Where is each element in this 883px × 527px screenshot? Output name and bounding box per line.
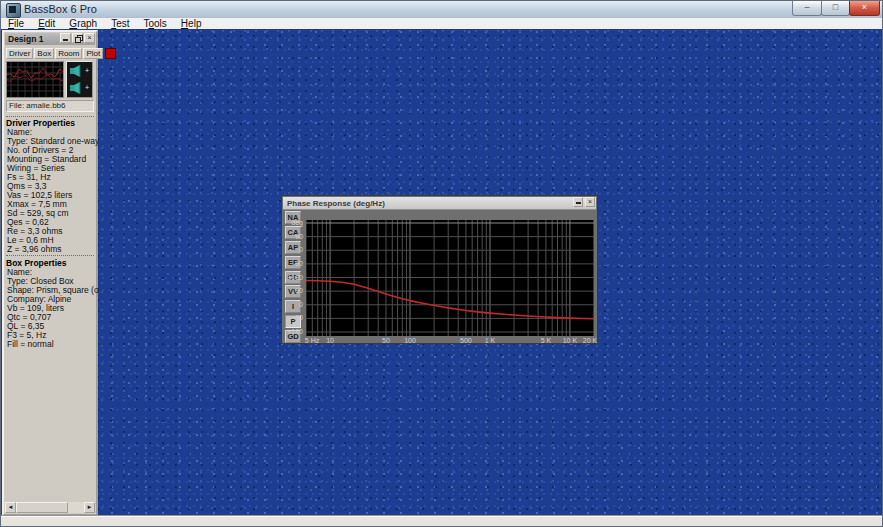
design-minimize-button[interactable] bbox=[60, 33, 71, 43]
tab-plot[interactable]: Plot bbox=[83, 48, 103, 59]
polarity-plus-label: + bbox=[85, 84, 89, 91]
design-window: Design 1 × DriverBoxRoomPlot ++ File: am… bbox=[2, 30, 98, 516]
y-axis-tick-label: 90 bbox=[295, 233, 303, 241]
design-restore-button[interactable] bbox=[72, 33, 83, 43]
phase-plot-svg bbox=[306, 220, 594, 336]
desktop: Design 1 × DriverBoxRoomPlot ++ File: am… bbox=[1, 29, 883, 516]
polarity-plus-label: + bbox=[85, 67, 89, 74]
x-axis-tick-label: 1 K bbox=[485, 337, 496, 345]
horizontal-scrollbar[interactable]: ◄ ► bbox=[5, 502, 95, 513]
scroll-left-button[interactable]: ◄ bbox=[5, 502, 16, 513]
phase-plot bbox=[306, 220, 594, 336]
minimize-icon bbox=[63, 39, 68, 41]
phase-titlebar[interactable]: Phase Response (deg/Hz) bbox=[283, 197, 596, 210]
restore-icon bbox=[75, 35, 81, 41]
scrollbar-thumb[interactable] bbox=[16, 502, 68, 513]
speaker-icon bbox=[69, 64, 83, 78]
y-axis-tick-label: ±180 bbox=[287, 274, 303, 282]
y-axis-tick-label: 0 bbox=[299, 246, 303, 254]
phase-close-button[interactable]: × bbox=[585, 197, 595, 207]
menu-help[interactable]: Help bbox=[174, 18, 209, 29]
box-properties-list: Name:Type: Closed BoxShape: Prism, squar… bbox=[7, 268, 99, 349]
y-axis-tick-label: -90 bbox=[293, 260, 303, 268]
y-axis-tick-label: 0 bbox=[299, 301, 303, 309]
wiring-driver-row: + bbox=[69, 64, 91, 79]
menu-edit[interactable]: Edit bbox=[31, 18, 62, 29]
y-axis-tick-label: -90 bbox=[293, 314, 303, 322]
separator bbox=[6, 255, 94, 256]
titlebar: BassBox 6 Pro – □ × bbox=[1, 1, 883, 19]
x-axis-tick-label: 50 bbox=[382, 337, 390, 345]
property-line: Fill = normal bbox=[7, 340, 99, 349]
box-properties-heading: Box Properties bbox=[6, 258, 66, 268]
close-button[interactable]: × bbox=[849, 1, 880, 16]
x-axis-tick-label: 100 bbox=[404, 337, 416, 345]
x-axis-tick-label: 500 bbox=[460, 337, 472, 345]
phase-response-window: Phase Response (deg/Hz) × NACAAPEPCDVVIP… bbox=[281, 195, 598, 344]
wiring-driver-row: + bbox=[69, 81, 91, 96]
x-axis-tick-label: 5 K bbox=[541, 337, 552, 345]
app-icon bbox=[6, 3, 21, 18]
minimize-button[interactable]: – bbox=[792, 1, 822, 16]
y-axis-tick-label: 90 bbox=[295, 287, 303, 295]
phase-window-title: Phase Response (deg/Hz) bbox=[283, 199, 385, 208]
tab-driver[interactable]: Driver bbox=[6, 48, 33, 59]
design-close-button[interactable]: × bbox=[84, 33, 95, 43]
window-title: BassBox 6 Pro bbox=[24, 3, 97, 15]
speaker-icon bbox=[69, 81, 83, 95]
tab-box[interactable]: Box bbox=[34, 48, 54, 59]
file-label: File: amalie.bb6 bbox=[6, 100, 94, 112]
property-line: Z = 3,96 ohms bbox=[7, 245, 99, 254]
menu-test[interactable]: Test bbox=[104, 18, 136, 29]
main-window: BassBox 6 Pro – □ × FileEditGraphTestToo… bbox=[0, 0, 883, 527]
x-axis-tick-label: 10 bbox=[326, 337, 334, 345]
menu-file[interactable]: File bbox=[1, 18, 31, 29]
y-axis-tick-label: ±180 bbox=[287, 328, 303, 336]
separator bbox=[6, 116, 94, 117]
minimize-icon bbox=[576, 202, 581, 204]
plot-color-swatch[interactable] bbox=[105, 48, 116, 59]
preview-curves bbox=[7, 62, 63, 97]
wiring-diagram: ++ bbox=[66, 61, 93, 98]
design-tabs: DriverBoxRoomPlot bbox=[6, 47, 116, 59]
menu-graph[interactable]: Graph bbox=[62, 18, 104, 29]
tab-room[interactable]: Room bbox=[55, 48, 82, 59]
maximize-button[interactable]: □ bbox=[821, 1, 850, 16]
menu-tools[interactable]: Tools bbox=[137, 18, 174, 29]
status-bar bbox=[1, 516, 883, 527]
design-window-title: Design 1 bbox=[5, 34, 43, 44]
scrollbar-track[interactable] bbox=[68, 502, 84, 513]
driver-properties-list: Name:Type: Standard one-way driNo. of Dr… bbox=[7, 128, 99, 254]
y-axis-tick-label: deg bbox=[291, 219, 303, 227]
phase-minimize-button[interactable] bbox=[573, 197, 583, 207]
driver-properties-heading: Driver Properties bbox=[6, 118, 75, 128]
x-axis-tick-label: 5 Hz bbox=[305, 337, 319, 345]
preview-graph[interactable] bbox=[6, 61, 64, 98]
x-axis-tick-label: 20 K bbox=[583, 337, 597, 345]
scroll-right-button[interactable]: ► bbox=[84, 502, 95, 513]
x-axis-tick-label: 10 K bbox=[563, 337, 577, 345]
